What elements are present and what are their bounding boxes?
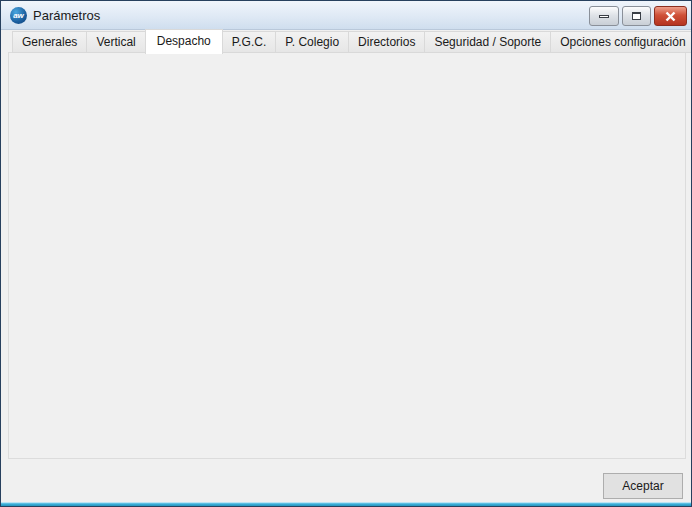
tab-vertical[interactable]: Vertical	[86, 31, 145, 53]
parametros-dialog: aw Parámetros Generales Vertical Despach…	[0, 0, 692, 507]
maximize-icon	[632, 12, 641, 20]
tab-strip: Generales Vertical Despacho P.G.C. P. Co…	[12, 31, 692, 54]
window-bottom-border	[1, 502, 691, 506]
tab-directorios[interactable]: Directorios	[348, 31, 425, 53]
tab-p-colegio[interactable]: P. Colegio	[275, 31, 349, 53]
minimize-icon	[599, 15, 609, 18]
app-icon[interactable]: aw	[10, 7, 27, 24]
tab-seguridad-soporte[interactable]: Seguridad / Soporte	[424, 31, 551, 53]
maximize-button[interactable]	[622, 6, 651, 26]
tab-pgc[interactable]: P.G.C.	[222, 31, 276, 53]
tab-generales[interactable]: Generales	[12, 31, 87, 53]
window-title: Parámetros	[33, 8, 100, 23]
close-icon	[665, 11, 676, 22]
tab-opciones-configuracion[interactable]: Opciones configuración	[550, 31, 692, 53]
titlebar[interactable]: aw Parámetros	[1, 1, 691, 30]
tab-despacho[interactable]: Despacho	[145, 29, 223, 54]
aceptar-button[interactable]: Aceptar	[603, 473, 683, 499]
minimize-button[interactable]	[589, 6, 619, 26]
close-button[interactable]	[654, 6, 687, 26]
tab-page-despacho	[8, 52, 686, 459]
